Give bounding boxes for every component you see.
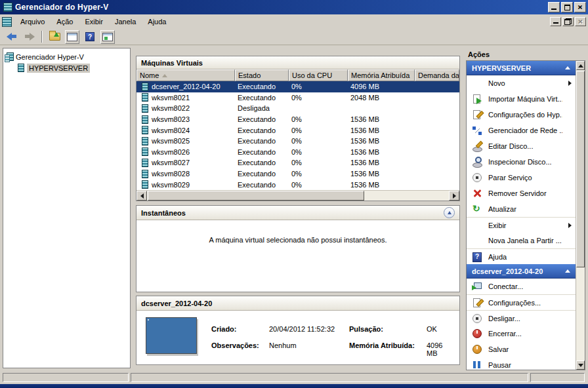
pause-icon bbox=[472, 360, 482, 370]
stop-icon bbox=[472, 172, 482, 183]
console-window-icon bbox=[67, 33, 77, 41]
collapse-group-icon bbox=[565, 269, 570, 273]
action-item[interactable]: Nova Janela a Partir ... bbox=[467, 233, 576, 248]
collapse-panel-button[interactable] bbox=[444, 207, 455, 218]
remove-icon bbox=[472, 188, 482, 199]
action-item[interactable]: Editar Disco... bbox=[467, 138, 576, 154]
action-item[interactable]: Configurações... bbox=[467, 294, 576, 310]
action-item[interactable]: Gerenciador de Rede ... bbox=[467, 123, 576, 138]
vm-panel-title: Máquinas Virtuais bbox=[141, 59, 203, 67]
no-icon bbox=[472, 78, 482, 88]
forward-button[interactable] bbox=[22, 30, 37, 44]
mdi-close-button[interactable]: × bbox=[575, 17, 586, 26]
table-row[interactable]: wksvm8028 Executando 0% 1536 MB bbox=[136, 168, 459, 180]
vm-details-header: dcserver_2012-04-20 bbox=[136, 296, 459, 311]
sort-ascending-icon bbox=[162, 74, 167, 77]
help-icon bbox=[472, 252, 482, 262]
vm-thumbnail[interactable] bbox=[146, 317, 197, 354]
table-row[interactable]: wksvm8021 Executando 0% 2048 MB bbox=[136, 92, 459, 104]
column-header-demanda[interactable]: Demanda da M bbox=[415, 69, 459, 81]
action-item[interactable]: Parar Serviço bbox=[467, 170, 576, 185]
scroll-down-button[interactable] bbox=[576, 360, 585, 370]
action-item[interactable]: Pausar bbox=[467, 357, 576, 370]
status-panel bbox=[3, 373, 129, 382]
table-row[interactable]: dcserver_2012-04-20 Executando 0% 4096 M… bbox=[136, 81, 459, 92]
show-console-tree-button[interactable] bbox=[65, 30, 79, 44]
scrollbar-thumb[interactable] bbox=[576, 71, 585, 267]
table-row[interactable]: wksvm8026 Executando 0% 1536 MB bbox=[136, 147, 459, 158]
vm-icon bbox=[142, 83, 148, 91]
action-item[interactable]: Novo bbox=[467, 75, 576, 91]
minimize-button[interactable] bbox=[548, 2, 560, 12]
action-item[interactable]: Configurações do Hyp... bbox=[467, 107, 576, 123]
server-icon bbox=[18, 64, 24, 72]
table-row[interactable]: wksvm8023 Executando 0% 1536 MB bbox=[136, 114, 459, 125]
vm-icon bbox=[142, 180, 148, 189]
import-vm-icon bbox=[472, 94, 482, 104]
action-item[interactable]: Importar Máquina Virt... bbox=[467, 91, 576, 107]
scroll-up-button[interactable] bbox=[576, 61, 585, 70]
table-row[interactable]: wksvm8029 Executando 0% 1536 MB bbox=[136, 179, 459, 190]
up-one-level-button[interactable] bbox=[47, 30, 62, 44]
menu-arquivo[interactable]: Arquivo bbox=[14, 16, 51, 28]
console-tree-pane: Gerenciador Hyper-V HYPERVSERVER bbox=[3, 48, 131, 368]
action-item[interactable]: Remover Servidor bbox=[467, 185, 576, 201]
submenu-arrow-icon bbox=[568, 223, 572, 228]
back-icon bbox=[7, 33, 17, 41]
action-item[interactable]: Atualizar bbox=[467, 201, 576, 217]
table-row[interactable]: wksvm8024 Executando 0% 1536 MB bbox=[136, 125, 459, 136]
tree-item-hypervserver[interactable]: HYPERVSERVER bbox=[5, 62, 129, 73]
settings2-icon bbox=[472, 298, 482, 308]
submenu-arrow-icon bbox=[568, 81, 572, 86]
table-row[interactable]: wksvm8027 Executando 0% 1536 MB bbox=[136, 157, 459, 168]
tree-server-label: HYPERVSERVER bbox=[27, 64, 90, 73]
column-header-nome[interactable]: Nome bbox=[136, 69, 235, 81]
menu-bar: Arquivo Ação Exibir Janela Ajuda × bbox=[0, 14, 588, 29]
vm-icon bbox=[142, 115, 148, 124]
vm-details-title: dcserver_2012-04-20 bbox=[141, 300, 212, 307]
action-group-header-hypervserver[interactable]: HYPERVSERVER bbox=[467, 61, 576, 75]
actions-vertical-scrollbar[interactable] bbox=[576, 61, 585, 370]
window-bottom-border bbox=[0, 384, 588, 388]
action-item[interactable]: Conectar... bbox=[467, 279, 576, 294]
field-value: 4096 MB bbox=[427, 341, 453, 357]
menu-acao[interactable]: Ação bbox=[51, 16, 79, 28]
vm-icon bbox=[142, 147, 148, 156]
column-header-estado[interactable]: Estado bbox=[235, 69, 289, 81]
menu-janela[interactable]: Janela bbox=[109, 16, 142, 28]
vm-icon bbox=[142, 93, 148, 102]
no-snapshots-message: A máquina virtual selecionada não possui… bbox=[209, 236, 387, 244]
hyperv-manager-window: { "window": { "title": "Gerenciador do H… bbox=[0, 0, 588, 388]
menu-exibir[interactable]: Exibir bbox=[79, 16, 109, 28]
new-window-button[interactable] bbox=[100, 30, 115, 44]
maximize-button[interactable] bbox=[561, 2, 573, 12]
action-item[interactable]: Salvar bbox=[467, 341, 576, 357]
action-group-header-dcserver[interactable]: dcserver_2012-04-20 bbox=[467, 264, 576, 279]
column-header-memoria[interactable]: Memória Atribuída bbox=[348, 69, 415, 81]
table-row[interactable]: wksvm8025 Executando 0% 1536 MB bbox=[136, 136, 459, 147]
mdi-minimize-button[interactable] bbox=[550, 17, 561, 26]
back-button[interactable] bbox=[5, 30, 19, 44]
tree-item-gerenciador-hyperv[interactable]: Gerenciador Hyper-V bbox=[5, 51, 129, 62]
field-value: OK bbox=[427, 325, 453, 333]
field-label: Memória Atribuída: bbox=[349, 341, 427, 357]
scrollbar-thumb[interactable] bbox=[148, 191, 364, 201]
actions-pane-title: Ações bbox=[466, 48, 585, 60]
action-item[interactable]: Encerrar... bbox=[467, 326, 576, 341]
vm-table-horizontal-scrollbar[interactable] bbox=[136, 190, 459, 201]
mdi-restore-button[interactable] bbox=[562, 17, 574, 26]
table-row[interactable]: wksvm8022 Desligada bbox=[136, 103, 459, 114]
scroll-left-button[interactable] bbox=[136, 191, 147, 201]
action-item[interactable]: Ajuda bbox=[467, 248, 576, 264]
vm-details-fields: Criado: 20/04/2012 11:52:32 Pulsação: OK… bbox=[211, 325, 453, 357]
help-button[interactable]: ? bbox=[83, 30, 97, 44]
close-button[interactable]: × bbox=[574, 2, 586, 12]
vm-icon bbox=[142, 126, 148, 134]
scroll-right-button[interactable] bbox=[449, 191, 459, 201]
tree-root-label: Gerenciador Hyper-V bbox=[16, 53, 84, 61]
action-item[interactable]: Desligar... bbox=[467, 310, 576, 326]
column-header-uso-cpu[interactable]: Uso da CPU bbox=[289, 69, 348, 81]
action-item[interactable]: Inspecionar Disco... bbox=[467, 154, 576, 170]
menu-ajuda[interactable]: Ajuda bbox=[142, 16, 172, 28]
action-item[interactable]: Exibir bbox=[467, 217, 576, 233]
